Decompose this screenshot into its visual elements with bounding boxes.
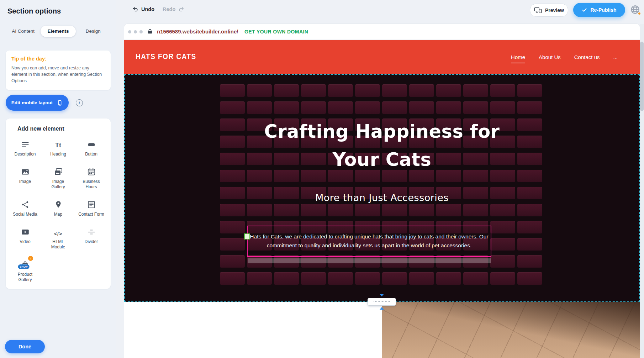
language-globe-button[interactable]	[630, 4, 641, 16]
section-options-sidebar: Section options AI Content Elements Desi…	[0, 0, 116, 358]
image-gallery-icon	[54, 166, 63, 177]
tab-design[interactable]: Design	[76, 26, 111, 37]
hero-tile	[355, 204, 380, 216]
element-product-gallery[interactable]: SHOP ↑ Product Gallery	[9, 259, 42, 283]
element-label: Video	[20, 239, 30, 244]
hero-tile	[517, 255, 542, 268]
hero-paragraph[interactable]: Hats for Cats, we are dedicated to craft…	[248, 232, 491, 250]
vertical-scrollbar-thumb[interactable]	[640, 42, 644, 111]
undo-label: Undo	[141, 6, 154, 12]
element-label: Social Media	[13, 212, 37, 217]
element-image[interactable]: Image	[9, 166, 42, 190]
tip-body: Now you can add, move and resize any ele…	[11, 65, 105, 84]
element-ghost-bar	[248, 258, 491, 263]
element-image-gallery[interactable]: Image Gallery	[42, 166, 75, 190]
shop-badge: SHOP	[18, 264, 30, 269]
element-label: Map	[54, 212, 62, 217]
window-dot	[139, 30, 143, 33]
hero-tile	[517, 272, 542, 285]
site-logo[interactable]: HATS FOR CATS	[136, 52, 196, 61]
notification-dot	[638, 12, 640, 15]
hero-tile	[328, 101, 353, 114]
hero-tile	[301, 84, 326, 97]
nav-contact-us[interactable]: Contact us	[574, 54, 600, 60]
hero-tile	[436, 84, 461, 97]
element-divider[interactable]: Divider	[75, 226, 108, 250]
element-grid: Description Tt Heading Button Image	[6, 132, 111, 283]
hero-tile	[490, 84, 515, 97]
arrow-up-icon	[380, 307, 384, 310]
window-dot	[134, 30, 137, 33]
hero-paragraph-selection[interactable]: Hats for Cats, we are dedicated to craft…	[247, 226, 491, 257]
element-label: HTML Module	[45, 239, 72, 250]
edit-mobile-layout-button[interactable]: Edit mobile layout	[6, 95, 69, 111]
hero-tile	[247, 204, 272, 216]
hero-tile	[220, 204, 245, 216]
hero-heading[interactable]: Crafting Happiness for Your Cats	[124, 117, 640, 174]
hero-section-selected[interactable]: Crafting Happiness for Your Cats More th…	[124, 74, 640, 302]
info-icon[interactable]: i	[76, 99, 83, 106]
element-label: Product Gallery	[12, 272, 38, 283]
element-social-media[interactable]: Social Media	[9, 199, 42, 217]
element-label: Description	[14, 152, 36, 157]
element-description[interactable]: Description	[9, 138, 42, 157]
preview-button[interactable]: Preview	[530, 4, 568, 17]
site-url[interactable]: n1566589.websitebuilder.online/	[157, 28, 238, 35]
republish-label: Re-Publish	[590, 7, 616, 13]
page-title: Section options	[7, 7, 61, 15]
hero-tile	[463, 84, 488, 97]
upgrade-badge-icon: ↑	[28, 256, 33, 261]
social-media-icon	[21, 199, 30, 209]
vertical-scrollbar-track[interactable]	[640, 24, 644, 358]
site-nav: Home About Us Contact us ...	[511, 40, 618, 74]
redo-button[interactable]: Redo	[163, 6, 184, 12]
resize-handle-left[interactable]	[244, 233, 250, 239]
hero-tile	[355, 84, 380, 97]
next-section	[124, 302, 640, 358]
hero-tile	[463, 204, 488, 216]
tab-ai-content[interactable]: AI Content	[6, 26, 41, 37]
hero-tile	[436, 272, 461, 285]
element-video[interactable]: Video	[9, 226, 42, 250]
element-label: Image	[19, 179, 31, 184]
hero-subheading[interactable]: More than Just Accessories	[124, 192, 640, 203]
tab-elements[interactable]: Elements	[41, 26, 75, 37]
element-map[interactable]: Map	[42, 199, 75, 217]
video-icon	[21, 226, 30, 237]
contact-form-icon	[87, 199, 96, 209]
hero-tile	[220, 84, 245, 97]
hero-tile	[490, 101, 515, 114]
hero-tile	[409, 204, 434, 216]
element-contact-form[interactable]: Contact Form	[75, 199, 108, 217]
nav-about-us[interactable]: About Us	[539, 54, 561, 60]
element-heading[interactable]: Tt Heading	[42, 138, 75, 157]
business-hours-icon	[87, 166, 96, 177]
hero-tile	[490, 238, 515, 251]
drag-handle-pill[interactable]	[368, 298, 396, 306]
nav-home[interactable]: Home	[511, 54, 525, 60]
lock-icon	[147, 28, 153, 35]
heading-icon: Tt	[55, 138, 61, 149]
mobile-phone-icon	[57, 100, 63, 106]
hero-tile	[274, 204, 299, 216]
element-business-hours[interactable]: Business Hours	[75, 166, 108, 190]
arrow-down-icon	[380, 294, 384, 296]
element-html-module[interactable]: </> HTML Module	[42, 226, 75, 250]
map-pin-icon	[54, 199, 63, 209]
product-gallery-icon: SHOP ↑	[18, 259, 32, 269]
undo-button[interactable]: Undo	[132, 6, 154, 12]
hero-tile	[436, 204, 461, 216]
hero-tile	[463, 101, 488, 114]
hero-tile	[328, 84, 353, 97]
hero-tile	[517, 101, 542, 114]
hero-tile	[490, 221, 515, 233]
done-button[interactable]: Done	[5, 340, 45, 353]
text-lines-icon	[21, 138, 30, 149]
nav-more-menu[interactable]: ...	[613, 54, 618, 60]
element-button[interactable]: Button	[75, 138, 108, 157]
pavement-photo	[382, 302, 640, 358]
republish-button[interactable]: Re-Publish	[573, 3, 625, 17]
section-resize-handle[interactable]	[368, 297, 396, 306]
get-your-own-domain-link[interactable]: GET YOUR OWN DOMAIN	[244, 29, 308, 35]
tip-of-the-day-card: Tip of the day: Now you can add, move an…	[6, 51, 111, 90]
